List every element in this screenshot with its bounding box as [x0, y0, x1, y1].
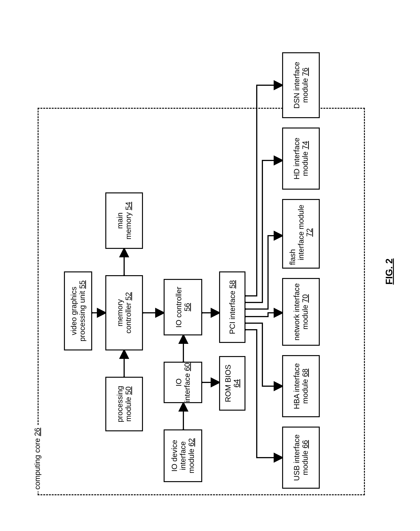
- dsn-interface-module: DSN interface module 76: [282, 52, 320, 118]
- video-graphics-processing-unit: video graphics processing unit 55: [64, 272, 92, 350]
- hd-interface-module: HD interface module 74: [282, 128, 320, 190]
- io-interface: IO interface 60: [164, 362, 202, 403]
- pci-interface: PCI interface 58: [219, 272, 245, 343]
- processing-module: processing module 50: [105, 377, 143, 431]
- network-interface-module: network interface module 70: [282, 278, 320, 346]
- main-memory: main memory 54: [105, 192, 143, 249]
- rom-bios: ROM BIOS 64: [219, 356, 245, 411]
- figure-caption: FIG. 2: [384, 258, 395, 285]
- memory-controller: memory controller 52: [105, 275, 143, 350]
- io-device-interface-module: IO device interface module 62: [164, 429, 202, 482]
- hba-interface-module: HBA interface module 68: [282, 355, 320, 417]
- diagram-canvas: computing core 26: [0, 0, 420, 531]
- computing-core-label: computing core 26: [33, 426, 42, 491]
- io-controller: IO controller 56: [164, 279, 202, 335]
- flash-interface-module: flash interface module 72: [282, 199, 320, 269]
- usb-interface-module: USB interface module 66: [282, 427, 320, 489]
